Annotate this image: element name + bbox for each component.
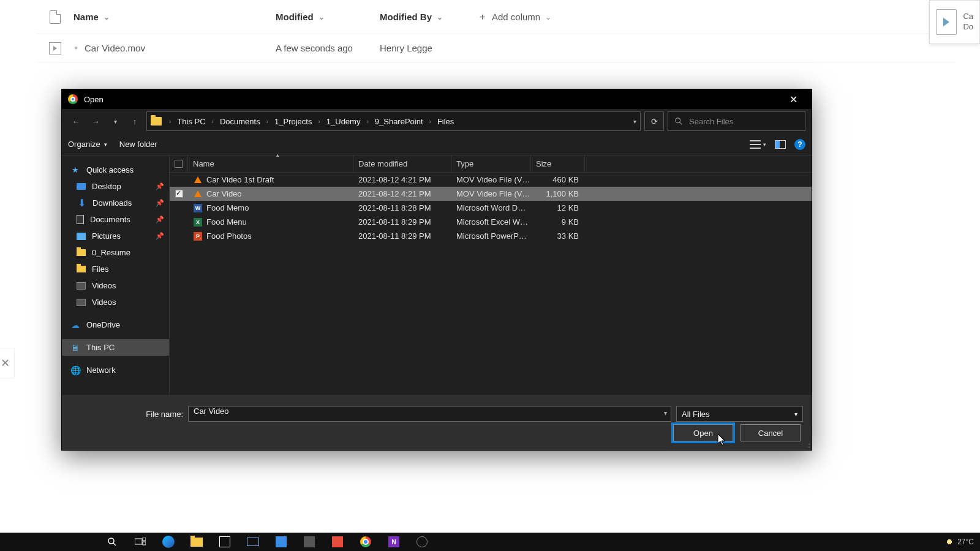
- search-input[interactable]: Search Files: [668, 111, 805, 131]
- dialog-close-button[interactable]: ✕: [781, 89, 805, 109]
- refresh-button[interactable]: ⟳: [644, 111, 664, 131]
- sidebar-folder-files[interactable]: Files: [62, 261, 169, 277]
- chevron-right-icon: ›: [315, 118, 322, 125]
- column-modified-by[interactable]: Modified By⌄: [380, 12, 478, 22]
- column-header-size[interactable]: Size: [531, 156, 585, 172]
- folder-icon: [77, 266, 86, 272]
- chevron-right-icon: ›: [427, 118, 434, 125]
- file-preview-card[interactable]: CaDo: [929, 0, 980, 44]
- nav-forward-button[interactable]: →: [88, 113, 104, 129]
- document-icon: [50, 10, 61, 24]
- breadcrumb-item[interactable]: 1_Udemy: [325, 117, 362, 126]
- file-type-select[interactable]: All Files▾: [676, 406, 803, 422]
- system-tray[interactable]: 27°C: [945, 538, 974, 546]
- breadcrumb-item[interactable]: This PC: [176, 117, 206, 126]
- resize-grip-icon[interactable]: .::: [808, 442, 809, 449]
- weather-icon: [945, 538, 954, 546]
- sidebar-videos[interactable]: Videos: [62, 277, 169, 294]
- column-header-date[interactable]: Date modified: [353, 156, 451, 172]
- sidebar-folder-resume[interactable]: 0_Resume: [62, 244, 169, 261]
- sidebar-documents[interactable]: Documents📌: [62, 211, 169, 228]
- column-modified[interactable]: Modified⌄: [276, 12, 380, 22]
- chevron-down-icon: ▾: [794, 411, 797, 418]
- column-header-type[interactable]: Type: [451, 156, 531, 172]
- address-dropdown-icon[interactable]: ▾: [633, 118, 636, 125]
- file-row[interactable]: XFood Menu 2021-08-11 8:29 PM Microsoft …: [170, 215, 812, 229]
- chevron-down-icon: ⌄: [104, 13, 110, 21]
- breadcrumb-item[interactable]: Documents: [219, 117, 262, 126]
- address-bar[interactable]: › This PC › Documents › 1_Projects › 1_U…: [146, 111, 641, 131]
- breadcrumb-item[interactable]: 1_Projects: [273, 117, 313, 126]
- video-play-icon: [936, 9, 957, 35]
- new-folder-button[interactable]: New folder: [119, 140, 157, 149]
- file-name-label: File name:: [70, 410, 183, 419]
- nav-recent-button[interactable]: ▾: [107, 113, 123, 129]
- organize-button[interactable]: Organize▾: [68, 140, 107, 149]
- sidebar-desktop[interactable]: Desktop📌: [62, 178, 169, 195]
- nav-up-button[interactable]: ↑: [127, 113, 143, 129]
- chevron-right-icon: ›: [264, 118, 271, 125]
- taskbar-edge-icon[interactable]: [154, 533, 183, 551]
- taskbar-app-icon[interactable]: [323, 533, 352, 551]
- dialog-navbar: ← → ▾ ↑ › This PC › Documents › 1_Projec…: [62, 109, 812, 133]
- add-column-button[interactable]: ＋Add column⌄: [478, 11, 551, 23]
- close-panel-button[interactable]: ✕: [0, 348, 15, 378]
- sidebar-downloads[interactable]: ⬇Downloads📌: [62, 195, 169, 211]
- taskbar-search-icon[interactable]: [98, 533, 126, 551]
- taskbar-explorer-icon[interactable]: [183, 533, 211, 551]
- taskbar-chrome-icon[interactable]: [352, 533, 380, 551]
- checkbox-checked-icon[interactable]: [175, 190, 183, 198]
- sidebar-quick-access[interactable]: ★Quick access: [62, 162, 169, 178]
- chevron-down-icon: ⌄: [437, 13, 443, 21]
- pictures-icon: [77, 233, 86, 240]
- sharepoint-file-row[interactable]: ✦Car Video.mov A few seconds ago Henry L…: [37, 34, 956, 62]
- open-button[interactable]: Open: [673, 424, 733, 441]
- help-button[interactable]: ?: [794, 139, 805, 150]
- dialog-titlebar[interactable]: Open ✕: [62, 89, 812, 109]
- dropdown-icon[interactable]: ▾: [664, 410, 667, 416]
- sort-asc-icon: ▴: [276, 152, 279, 158]
- sidebar-this-pc[interactable]: 🖥This PC: [62, 339, 169, 356]
- chevron-down-icon: ⌄: [318, 13, 325, 21]
- taskbar-app-icon[interactable]: [267, 533, 295, 551]
- video-icon: [77, 282, 86, 290]
- cancel-button[interactable]: Cancel: [741, 424, 801, 441]
- sidebar-pictures[interactable]: Pictures📌: [62, 228, 169, 244]
- plus-icon: ＋: [478, 11, 487, 23]
- select-all-checkbox[interactable]: [170, 156, 188, 172]
- sidebar-videos-2[interactable]: Videos: [62, 294, 169, 310]
- view-mode-button[interactable]: ▾: [750, 140, 766, 149]
- taskbar-onenote-icon[interactable]: N: [380, 533, 408, 551]
- list-view-icon: [750, 140, 761, 149]
- file-row[interactable]: PFood Photos 2021-08-11 8:29 PM Microsof…: [170, 229, 812, 243]
- nav-back-button[interactable]: ←: [68, 113, 84, 129]
- file-row-selected[interactable]: Car Video 2021-08-12 4:21 PM MOV Video F…: [170, 187, 812, 201]
- excel-icon: X: [193, 217, 203, 227]
- taskbar-taskview-icon[interactable]: [126, 533, 154, 551]
- taskbar-mail-icon[interactable]: [239, 533, 267, 551]
- temperature: 27°C: [957, 538, 974, 546]
- network-icon: 🌐: [70, 365, 80, 375]
- sidebar-onedrive[interactable]: ☁OneDrive: [62, 317, 169, 333]
- windows-taskbar[interactable]: N 27°C: [0, 533, 980, 551]
- svg-rect-6: [143, 542, 146, 545]
- sidebar-network[interactable]: 🌐Network: [62, 362, 169, 378]
- preview-pane-button[interactable]: [775, 140, 786, 149]
- file-row[interactable]: Car Video 1st Draft 2021-08-12 4:21 PM M…: [170, 173, 812, 187]
- folder-icon: [77, 249, 86, 256]
- column-name[interactable]: Name⌄: [74, 12, 276, 22]
- taskbar-app-icon[interactable]: [408, 533, 436, 551]
- chevron-down-icon: ⌄: [545, 13, 551, 21]
- taskbar-store-icon[interactable]: [211, 533, 239, 551]
- svg-rect-5: [143, 538, 146, 541]
- file-name-input[interactable]: Car Video▾: [188, 406, 671, 422]
- breadcrumb-item[interactable]: 9_SharePoint: [374, 117, 424, 126]
- taskbar-app-icon[interactable]: [295, 533, 323, 551]
- breadcrumb-item[interactable]: Files: [436, 117, 455, 126]
- column-header-name[interactable]: Name▴: [188, 156, 353, 172]
- powerpoint-icon: P: [193, 231, 203, 241]
- desktop-icon: [77, 183, 86, 190]
- word-icon: W: [193, 203, 203, 213]
- folder-icon: [151, 117, 162, 126]
- file-row[interactable]: WFood Memo 2021-08-11 8:28 PM Microsoft …: [170, 201, 812, 215]
